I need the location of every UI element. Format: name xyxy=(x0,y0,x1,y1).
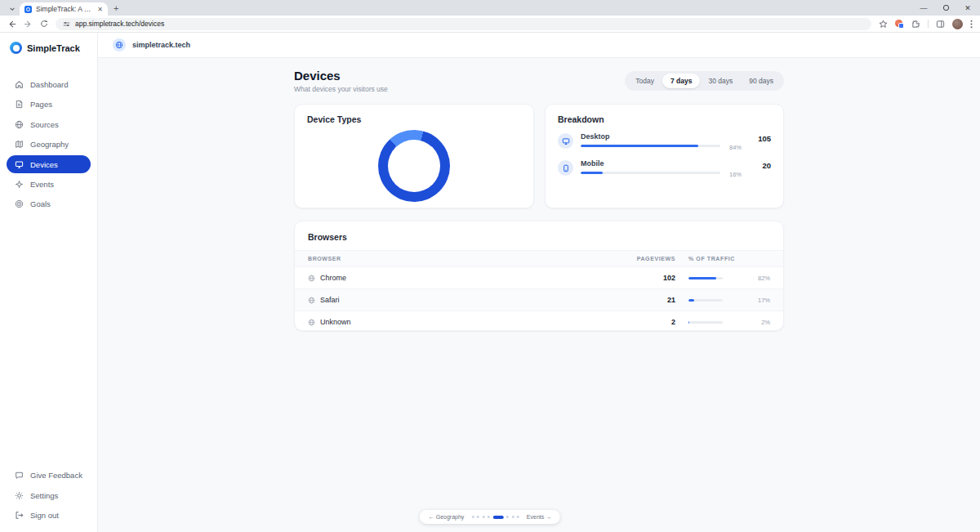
pager-dot[interactable] xyxy=(477,516,479,518)
breakdown-card: Breakdown Desktop 84% 105 xyxy=(545,104,784,208)
pageviews-value: 102 xyxy=(618,274,675,282)
site-globe-icon xyxy=(113,38,126,51)
menu-kebab-icon[interactable] xyxy=(970,20,973,29)
browser-globe-icon xyxy=(308,275,315,282)
tab-search-button[interactable] xyxy=(7,3,18,14)
home-icon xyxy=(15,80,24,89)
range-option-90days[interactable]: 90 days xyxy=(741,74,782,88)
pageviews-value: 2 xyxy=(618,318,675,326)
site-favicon xyxy=(24,6,32,13)
side-panel-icon[interactable] xyxy=(936,20,945,29)
range-option-30days[interactable]: 30 days xyxy=(700,74,741,88)
breakdown-bar xyxy=(581,172,720,174)
time-range-selector: Today 7 days 30 days 90 days xyxy=(625,71,784,91)
profile-avatar[interactable] xyxy=(952,19,963,29)
breakdown-bar xyxy=(581,145,720,147)
table-row-unknown[interactable]: Unknown 2 2% xyxy=(295,311,783,331)
brand[interactable]: SimpleTrack xyxy=(0,33,97,60)
column-browser: BROWSER xyxy=(308,256,618,262)
browser-toolbar: app.simpletrack.tech/devices xyxy=(0,16,980,33)
breakdown-title: Breakdown xyxy=(558,114,771,124)
pager-dot[interactable] xyxy=(511,516,514,518)
sidebar-nav: Dashboard Pages Sources Geography Device… xyxy=(0,74,97,214)
donut-chart[interactable] xyxy=(378,130,450,202)
browser-globe-icon xyxy=(308,297,315,304)
sidebar-item-geography[interactable]: Geography xyxy=(0,135,97,155)
pager-dot[interactable] xyxy=(492,516,503,519)
breakdown-pct: 16% xyxy=(729,171,742,178)
sidebar-item-settings[interactable]: Settings xyxy=(0,485,97,506)
sidebar-item-dashboard[interactable]: Dashboard xyxy=(0,74,97,95)
back-icon[interactable] xyxy=(7,20,16,29)
table-row-safari[interactable]: Safari 21 17% xyxy=(295,289,783,311)
browser-name: Safari xyxy=(320,296,340,304)
target-icon xyxy=(15,199,24,208)
pager-dot[interactable] xyxy=(488,516,490,518)
pager-next-link[interactable]: Events → xyxy=(527,514,551,520)
url-text: app.simpletrack.tech/devices xyxy=(75,20,164,28)
traffic-bar xyxy=(688,277,723,279)
sidebar-item-devices[interactable]: Devices xyxy=(7,155,91,173)
page-title: Devices xyxy=(294,69,388,83)
sidebar-item-label: Sources xyxy=(30,120,59,129)
range-option-today[interactable]: Today xyxy=(627,74,662,88)
breakdown-label: Desktop xyxy=(581,132,720,141)
tab-close-icon[interactable]: ✕ xyxy=(97,6,103,13)
pager-dot[interactable] xyxy=(471,516,474,518)
bookmark-star-icon[interactable] xyxy=(879,20,888,29)
sidebar-item-label: Give Feedback xyxy=(30,471,82,480)
sidebar-item-label: Sign out xyxy=(30,511,59,520)
extensions-puzzle-icon[interactable] xyxy=(911,20,920,29)
close-icon[interactable]: ✕ xyxy=(964,4,972,12)
monitor-icon xyxy=(15,160,24,169)
tab-title: SimpleTrack: A Simply Beautifu xyxy=(36,5,93,13)
toolbar-right-icons xyxy=(879,19,973,29)
sidebar-item-sign-out[interactable]: Sign out xyxy=(0,506,97,526)
traffic-bar xyxy=(688,321,723,324)
sign-out-icon xyxy=(15,511,24,520)
site-name[interactable]: simpletrack.tech xyxy=(132,41,190,49)
map-icon xyxy=(15,140,24,149)
sidebar-item-sources[interactable]: Sources xyxy=(0,114,97,135)
traffic-pct: 2% xyxy=(761,319,770,326)
column-pageviews: PAGEVIEWS xyxy=(618,256,675,262)
pager-dot[interactable] xyxy=(506,516,509,518)
sidebar-item-label: Dashboard xyxy=(30,80,68,89)
sparkle-icon xyxy=(15,180,24,189)
sidebar: SimpleTrack Dashboard Pages Sources Geog… xyxy=(0,33,98,532)
breakdown-label: Mobile xyxy=(581,159,720,168)
simpletrack-logo-icon xyxy=(10,42,22,54)
browser-name: Unknown xyxy=(320,318,351,326)
sidebar-item-give-feedback[interactable]: Give Feedback xyxy=(0,466,97,486)
brand-name: SimpleTrack xyxy=(27,43,80,53)
page-icon xyxy=(15,100,24,109)
pager-dots xyxy=(471,516,519,519)
minimize-icon[interactable]: — xyxy=(920,4,928,12)
range-option-7days[interactable]: 7 days xyxy=(662,74,700,88)
table-header: BROWSER PAGEVIEWS % OF TRAFFIC xyxy=(295,250,783,267)
browser-tab[interactable]: SimpleTrack: A Simply Beautifu ✕ xyxy=(20,2,108,16)
sidebar-footer: Give Feedback Settings Sign out xyxy=(0,466,97,526)
pager-prev-link[interactable]: ← Geography xyxy=(429,514,465,520)
site-info-icon[interactable] xyxy=(63,20,70,28)
sidebar-item-label: Devices xyxy=(30,160,58,169)
pager-dot[interactable] xyxy=(482,516,484,518)
breakdown-row-desktop: Desktop 84% 105 xyxy=(558,132,771,153)
monitor-icon xyxy=(558,133,573,149)
forward-icon[interactable] xyxy=(24,20,33,29)
globe-icon xyxy=(15,120,24,129)
column-traffic: % OF TRAFFIC xyxy=(688,256,770,262)
sidebar-item-events[interactable]: Events xyxy=(0,174,97,194)
maximize-icon[interactable] xyxy=(943,5,949,11)
new-tab-button[interactable]: + xyxy=(114,3,118,13)
pager-dot[interactable] xyxy=(517,516,519,518)
pageviews-value: 21 xyxy=(618,296,675,304)
sidebar-item-goals[interactable]: Goals xyxy=(0,194,97,215)
sidebar-item-pages[interactable]: Pages xyxy=(0,95,97,115)
url-bar[interactable]: app.simpletrack.tech/devices xyxy=(56,18,871,30)
browsers-title: Browsers xyxy=(295,232,783,242)
reload-icon[interactable] xyxy=(40,20,48,28)
extension-badge-icon[interactable] xyxy=(895,20,904,29)
table-row-chrome[interactable]: Chrome 102 82% xyxy=(295,267,783,289)
sidebar-item-label: Settings xyxy=(30,491,58,500)
